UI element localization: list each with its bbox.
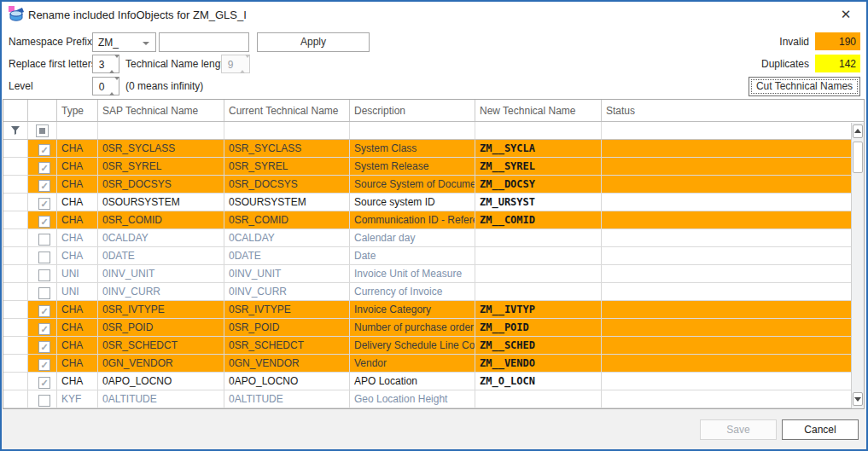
cell-sap: 0SR_POID xyxy=(98,319,224,336)
stepper-arrows-icon[interactable] xyxy=(109,80,116,94)
row-checkbox-cell: ✓ xyxy=(28,337,57,354)
cell-description: Invoice Category xyxy=(350,301,475,318)
header-type[interactable]: Type xyxy=(57,100,98,121)
row-indicator xyxy=(3,283,28,300)
namespace-prefix-combo[interactable]: ZM_ xyxy=(92,32,156,52)
table-row[interactable]: ✓CHA0SR_IVTYPE0SR_IVTYPEInvoice Category… xyxy=(3,301,864,319)
cell-type: CHA xyxy=(57,355,98,372)
row-checkbox-cell: ✓ xyxy=(28,140,57,157)
row-indicator xyxy=(3,211,28,228)
cell-type: CHA xyxy=(57,211,98,228)
header-description[interactable]: Description xyxy=(350,100,475,121)
cell-status xyxy=(602,355,864,372)
table-row[interactable]: ✓CHA0SR_COMID0SR_COMIDCommunication ID -… xyxy=(3,211,864,229)
cell-status xyxy=(602,283,864,300)
checkbox-checked[interactable]: ✓ xyxy=(38,144,50,156)
cell-status xyxy=(602,247,864,264)
header-checkbox[interactable] xyxy=(28,100,57,121)
save-button: Save xyxy=(700,419,777,440)
checkbox-checked[interactable]: ✓ xyxy=(38,377,50,389)
cell-type: CHA xyxy=(57,158,98,175)
row-checkbox-cell xyxy=(28,229,57,246)
table-row[interactable]: CHA0DATE0DATEDate xyxy=(3,247,864,265)
checkbox-unchecked[interactable] xyxy=(38,252,50,263)
header-sap-name[interactable]: SAP Technical Name xyxy=(98,100,224,121)
infoobjects-table: Type SAP Technical Name Current Technica… xyxy=(3,99,865,409)
filter-type-cell[interactable] xyxy=(57,122,98,139)
cut-technical-names-button[interactable]: Cut Technical Names xyxy=(749,77,860,96)
cell-description: Invoice Unit of Measure xyxy=(350,265,475,282)
infoobject-icon xyxy=(8,6,25,22)
checkbox-checked[interactable]: ✓ xyxy=(38,341,50,353)
table-row[interactable]: ✓CHA0SOURSYSTEM0SOURSYSTEMSource system … xyxy=(3,194,864,211)
cell-sap: 0ALTITUDE xyxy=(98,390,224,408)
cell-current: 0APO_LOCNO xyxy=(224,373,350,390)
table-row[interactable]: UNI0INV_CURR0INV_CURRCurrency of Invoice xyxy=(3,283,864,301)
window-title: Rename included InfoObjects for ZM_GLS_I xyxy=(28,9,247,21)
checkbox-checked[interactable]: ✓ xyxy=(38,198,50,210)
namespace-suffix-input[interactable] xyxy=(159,32,249,52)
filter-new-cell[interactable] xyxy=(475,122,602,139)
apply-button[interactable]: Apply xyxy=(257,32,370,52)
table-row[interactable]: ✓CHA0SR_DOCSYS0SR_DOCSYSSource System of… xyxy=(3,176,864,194)
cell-type: UNI xyxy=(57,265,98,282)
select-all-checkbox-cell[interactable] xyxy=(28,122,57,139)
cell-description: APO Location xyxy=(350,373,475,390)
checkbox-checked[interactable]: ✓ xyxy=(38,162,50,174)
filter-status-cell[interactable] xyxy=(602,122,864,139)
checkbox-unchecked[interactable] xyxy=(38,395,50,407)
scrollbar-thumb[interactable] xyxy=(853,142,863,173)
row-checkbox-cell xyxy=(28,265,57,282)
table-row[interactable]: ✓CHA0APO_LOCNO0APO_LOCNOAPO LocationZM_O… xyxy=(3,373,864,390)
footer-bar: Save Cancel xyxy=(2,409,866,449)
row-indicator xyxy=(3,265,28,282)
filter-desc-cell[interactable] xyxy=(350,122,475,139)
checkbox-checked[interactable]: ✓ xyxy=(38,323,50,335)
row-checkbox-cell xyxy=(28,283,57,300)
header-current-name[interactable]: Current Technical Name xyxy=(224,100,350,121)
cell-current: 0SR_DOCSYS xyxy=(224,176,350,193)
stepper-arrows-icon[interactable] xyxy=(109,58,116,72)
filter-current-cell[interactable] xyxy=(224,122,350,139)
table-row[interactable]: UNI0INV_UNIT0INV_UNITInvoice Unit of Mea… xyxy=(3,265,864,283)
cell-current: 0CALDAY xyxy=(224,229,350,246)
rename-infoobjects-dialog: Rename included InfoObjects for ZM_GLS_I… xyxy=(0,0,868,451)
checkbox-checked[interactable]: ✓ xyxy=(38,180,50,192)
close-icon[interactable]: ✕ xyxy=(834,5,858,24)
select-all-checkbox[interactable] xyxy=(36,124,49,137)
table-row[interactable]: ✓CHA0SR_POID0SR_POIDNumber of purchase o… xyxy=(3,319,864,337)
row-checkbox-cell: ✓ xyxy=(28,319,57,336)
header-status[interactable]: Status xyxy=(602,100,864,121)
level-stepper[interactable]: 0 xyxy=(92,77,119,95)
cell-status xyxy=(602,158,864,175)
checkbox-unchecked[interactable] xyxy=(38,269,50,281)
table-row[interactable]: ✓CHA0GN_VENDOR0GN_VENDORVendorZM__VENDO xyxy=(3,355,864,373)
cell-current: 0ALTITUDE xyxy=(224,390,350,408)
header-indicator xyxy=(3,100,28,121)
checkbox-checked[interactable]: ✓ xyxy=(38,305,50,317)
scroll-down-icon[interactable] xyxy=(853,392,863,406)
filter-sap-cell[interactable] xyxy=(98,122,224,139)
cell-new_name: ZM__SYREL xyxy=(475,158,602,175)
checkbox-checked[interactable]: ✓ xyxy=(38,359,50,371)
replace-first-letters-label: Replace first letters xyxy=(9,58,96,70)
cell-new_name: ZM_URSYST xyxy=(475,194,602,211)
table-row[interactable]: ✓CHA0SR_SYREL0SR_SYRELSystem ReleaseZM__… xyxy=(3,158,864,176)
table-row[interactable]: KYF0ALTITUDE0ALTITUDEGeo Location Height xyxy=(3,390,864,408)
row-indicator xyxy=(3,373,28,390)
cell-current: 0SR_IVTYPE xyxy=(224,301,350,318)
checkbox-unchecked[interactable] xyxy=(38,287,50,299)
checkbox-unchecked[interactable] xyxy=(38,234,50,246)
vertical-scrollbar[interactable] xyxy=(851,123,864,408)
filter-menu-cell[interactable] xyxy=(3,122,28,139)
table-row[interactable]: CHA0CALDAY0CALDAYCalendar day xyxy=(3,229,864,247)
cell-sap: 0GN_VENDOR xyxy=(98,355,224,372)
table-row[interactable]: ✓CHA0SR_SCHEDCT0SR_SCHEDCTDelivery Sched… xyxy=(3,337,864,355)
scroll-up-icon[interactable] xyxy=(853,124,863,138)
header-new-name[interactable]: New Technical Name xyxy=(475,100,602,121)
replace-first-letters-stepper[interactable]: 3 xyxy=(92,55,119,73)
cancel-button[interactable]: Cancel xyxy=(782,419,859,440)
table-row[interactable]: ✓CHA0SR_SYCLASS0SR_SYCLASSSystem ClassZM… xyxy=(3,140,864,158)
checkbox-checked[interactable]: ✓ xyxy=(38,216,50,228)
filter-icon xyxy=(10,125,20,136)
